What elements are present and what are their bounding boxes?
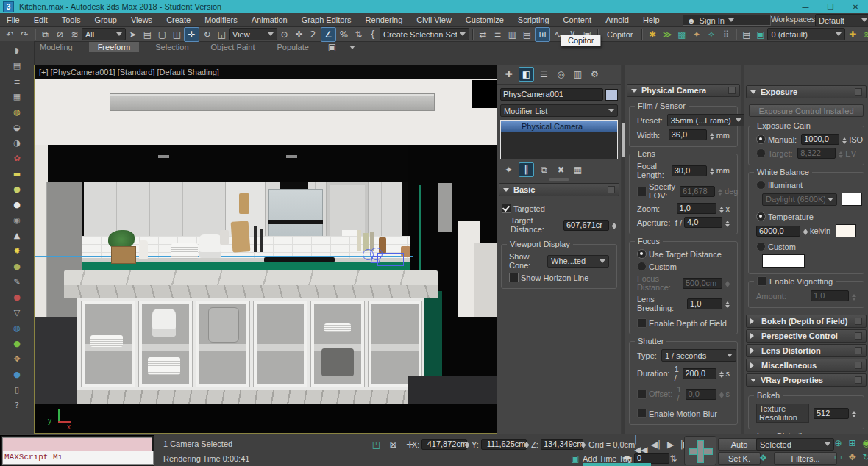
viewport-label[interactable]: [+] [PhysCamera001] [Standard] [Default … — [35, 65, 497, 79]
undo-icon[interactable]: ↶ — [3, 28, 17, 41]
aperture-spinner[interactable] — [725, 218, 730, 227]
target-distance-field[interactable]: 607,671cr — [563, 220, 609, 231]
temperature-color-swatch[interactable] — [836, 224, 856, 237]
hand-tan-icon[interactable]: ✦ — [689, 28, 703, 41]
show-cone-dropdown[interactable]: Whe...ted — [547, 255, 609, 268]
focal-length-field[interactable]: 30,0 — [672, 165, 707, 176]
modifier-stack[interactable]: Physical Camera — [500, 120, 618, 159]
maxscript-mini-listener[interactable]: MAXScript Mi — [0, 435, 154, 466]
zoom-field[interactable]: 1,0 — [677, 203, 716, 214]
manual-exposure-radio[interactable] — [756, 135, 766, 144]
notes-icon[interactable]: ≣ — [10, 75, 24, 87]
illuminant-radio[interactable] — [756, 180, 766, 190]
isolate-selection-toggle-icon[interactable]: ◳ — [369, 438, 383, 451]
enable-motion-blur-checkbox[interactable] — [637, 409, 647, 418]
lens-breathing-field[interactable]: 1,0 — [687, 298, 722, 309]
layer-explorer-toggle-icon[interactable]: ▤ — [520, 28, 534, 41]
modify-tab-icon[interactable]: ◧ — [519, 67, 534, 82]
render-flower-icon[interactable]: ✱ — [645, 28, 659, 41]
previous-frame-button[interactable]: ◀| — [649, 438, 663, 451]
zoom-extents-icon[interactable]: ◉ — [859, 437, 868, 450]
tab-selection[interactable]: Selection — [149, 42, 194, 52]
lens-breathing-spinner[interactable] — [725, 299, 730, 308]
selection-filter-dropdown[interactable]: All — [82, 28, 126, 40]
y-spinner[interactable] — [524, 440, 529, 448]
object-color-swatch[interactable] — [605, 89, 618, 101]
enable-vignetting-checkbox[interactable] — [757, 276, 766, 286]
blue-sphere-icon[interactable]: ● — [10, 368, 24, 381]
width-spinner[interactable] — [710, 131, 714, 140]
mirror-icon[interactable]: ⇄ — [476, 28, 490, 41]
offset-checkbox[interactable] — [637, 390, 647, 399]
window-crossing-toggle-icon[interactable]: ◫ — [170, 28, 184, 41]
maxscript-input-row[interactable]: MAXScript Mi — [2, 451, 154, 465]
red-sphere-icon[interactable]: ● — [10, 291, 24, 304]
teapot-icon[interactable]: ◗ — [10, 44, 24, 57]
utilities-tab-icon[interactable]: ⚙ — [588, 68, 602, 81]
menu-civil-view[interactable]: Civil View — [410, 13, 458, 26]
go-to-start-button[interactable]: |◀◀ — [634, 438, 648, 451]
angle-snap-toggle-icon[interactable]: ∠ — [321, 27, 336, 42]
doc-icon[interactable]: ▯ — [10, 384, 24, 396]
z-spinner[interactable] — [581, 440, 586, 448]
x-coordinate-field[interactable]: -417,872cm — [421, 439, 467, 450]
play-button[interactable]: ▶ — [664, 438, 677, 451]
select-by-name-icon[interactable]: ▤ — [140, 28, 154, 41]
create-selection-set-dropdown[interactable]: Create Selection Set — [380, 28, 469, 40]
pan-icon[interactable]: ✥ — [845, 451, 859, 464]
temperature-field[interactable]: 6000,0 — [756, 226, 800, 237]
ribbon-config-icon[interactable]: ▣ — [325, 40, 339, 54]
material-editor-icon[interactable]: ▩ — [675, 28, 689, 41]
white-sphere-icon[interactable]: ● — [10, 198, 24, 211]
select-and-place-icon[interactable]: ✜ — [292, 28, 306, 41]
custom-wb-radio[interactable] — [756, 242, 766, 251]
tab-freeform[interactable]: Freeform — [89, 42, 140, 52]
lamp-icon[interactable]: ◍ — [10, 106, 24, 118]
key-filter-selection-dropdown[interactable]: Selected — [756, 438, 834, 451]
red-swirl-icon[interactable]: ✿ — [10, 152, 24, 165]
texture-resolution-spinner[interactable] — [852, 409, 856, 417]
pencil-icon[interactable]: ✎ — [10, 276, 24, 288]
sign-in-button[interactable]: ☻ Sign In — [683, 15, 771, 26]
manual-iso-spinner[interactable] — [842, 135, 847, 144]
selection-lock-toggle-icon[interactable]: ⊠ — [386, 438, 400, 451]
rectangular-selection-region-icon[interactable]: ▢ — [155, 28, 169, 41]
layer-list-icon[interactable]: ≋ — [860, 28, 868, 41]
workspace-dropdown[interactable]: Default — [815, 14, 868, 26]
lime-sphere-icon[interactable]: ● — [10, 183, 24, 196]
cone-icon[interactable]: ▲ — [10, 229, 24, 242]
width-field[interactable]: 36,0 — [669, 129, 707, 140]
menu-create[interactable]: Create — [160, 13, 197, 26]
enable-dof-checkbox[interactable] — [637, 318, 647, 328]
current-frame-field[interactable]: 0 — [634, 453, 669, 464]
zoom-all-icon[interactable]: ⊞ — [845, 437, 859, 450]
pin-stack-icon[interactable]: ✦ — [502, 163, 516, 176]
menu-scripting[interactable]: Scripting — [511, 13, 556, 26]
ribbon-toggle-icon[interactable]: ⊞ — [535, 27, 550, 42]
menu-edit[interactable]: Edit — [27, 13, 54, 26]
create-layer-icon[interactable]: ✚ — [845, 28, 859, 41]
exposure-control-installed-button[interactable]: Exposure Control Installed — [749, 104, 864, 117]
menu-group[interactable]: Group — [88, 13, 124, 26]
redo-icon[interactable]: ↷ — [18, 28, 32, 41]
minimize-button[interactable]: — — [793, 1, 818, 13]
modifier-stack-item[interactable]: Physical Camera — [501, 121, 617, 132]
render-monitor-icon[interactable]: ▤ — [739, 28, 753, 41]
edit-named-selection-sets-icon[interactable]: { — [366, 28, 380, 41]
temperature-spinner[interactable] — [803, 226, 808, 235]
texture-resolution-field[interactable]: 512 — [814, 408, 849, 419]
menu-help[interactable]: Help — [636, 13, 666, 26]
green-sphere-icon[interactable]: ● — [10, 337, 24, 350]
specify-fov-checkbox[interactable] — [637, 187, 647, 196]
align-icon[interactable]: ≡ — [491, 28, 505, 41]
hand-teal-icon[interactable]: ✧ — [704, 28, 718, 41]
use-target-distance-radio[interactable] — [637, 249, 647, 259]
select-and-link-icon[interactable]: ⧉ — [38, 28, 52, 41]
configure-modifier-sets-icon[interactable]: ▦ — [571, 163, 585, 176]
menu-rendering[interactable]: Rendering — [359, 13, 410, 26]
create-tab-icon[interactable]: ✚ — [502, 68, 516, 81]
manual-iso-field[interactable]: 1000,0 — [801, 134, 839, 145]
rollout-physical-camera[interactable]: Physical Camera — [627, 84, 740, 97]
remove-modifier-icon[interactable]: ✖ — [554, 163, 568, 176]
tab-modeling[interactable]: Modeling — [34, 42, 79, 52]
